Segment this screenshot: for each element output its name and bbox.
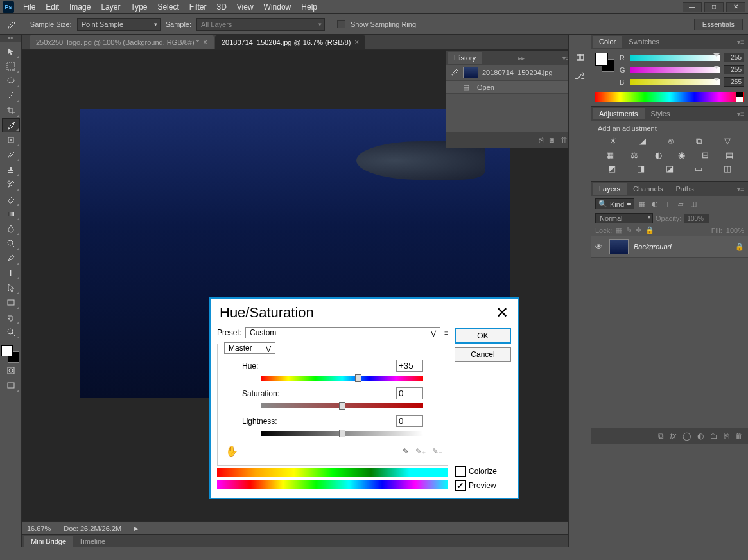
menu-filter[interactable]: Filter (184, 1, 212, 13)
lock-brush-icon[interactable]: ✎ (626, 226, 632, 234)
hue-input[interactable] (396, 360, 423, 372)
lock-icon[interactable]: 🔒 (735, 243, 744, 251)
color-mini-swatches[interactable] (595, 53, 614, 72)
lightness-slider[interactable] (261, 431, 423, 436)
toolbox-grip[interactable]: ▸▸ (0, 35, 21, 42)
workspace-switcher[interactable]: Essentials (694, 19, 743, 30)
eyedropper-icon[interactable]: ✎ (403, 447, 409, 456)
bw-icon[interactable]: ◐ (655, 150, 662, 160)
fx-icon[interactable]: fx (670, 432, 676, 441)
zoom-level[interactable]: 16.67% (27, 525, 51, 532)
canvas[interactable]: History ▸▸ ▾≡ 20180714_150204.jpg ▤ Open… (22, 50, 568, 521)
dialog-titlebar[interactable]: Hue/Saturation ✕ (211, 299, 518, 327)
filter-shape-icon[interactable]: ▱ (675, 199, 686, 209)
preset-menu-icon[interactable]: ≡ (444, 329, 448, 337)
eyedropper-minus-icon[interactable]: ✎₋ (432, 447, 442, 456)
doc-info[interactable]: Doc: 26.2M/26.2M (64, 525, 121, 532)
screenmode-button[interactable] (2, 378, 20, 392)
menu-type[interactable]: Type (125, 1, 152, 13)
snapshot-icon[interactable]: ◙ (550, 136, 554, 144)
menu-file[interactable]: File (18, 1, 40, 13)
channels-tab[interactable]: Channels (627, 183, 669, 195)
status-arrow-icon[interactable]: ▶ (134, 525, 139, 532)
mixer-icon[interactable]: ⊟ (702, 150, 709, 160)
swatches-tab[interactable]: Swatches (622, 36, 666, 48)
type-tool[interactable]: T (2, 266, 20, 280)
close-window-button[interactable]: ✕ (726, 2, 745, 12)
invert-icon[interactable]: ◩ (608, 164, 616, 173)
maximize-button[interactable]: □ (704, 2, 724, 12)
color-spectrum[interactable] (595, 92, 744, 102)
blur-tool[interactable] (2, 222, 20, 236)
curves-icon[interactable]: ⎋ (668, 136, 674, 146)
eyedropper-plus-icon[interactable]: ✎₊ (415, 447, 426, 456)
doc-tab[interactable]: 250x250_logo.jpg @ 100% (Background, RGB… (30, 35, 214, 49)
foreground-swatch[interactable] (1, 345, 13, 356)
colorize-checkbox[interactable] (455, 466, 466, 477)
delete-layer-icon[interactable]: 🗑 (735, 432, 743, 441)
history-snapshot[interactable]: 20180714_150204.jpg (446, 65, 568, 81)
adjustments-tab[interactable]: Adjustments (593, 108, 645, 119)
adjustment-layer-icon[interactable]: ◐ (697, 432, 704, 441)
lookup-icon[interactable]: ▤ (726, 150, 733, 160)
lasso-tool[interactable] (2, 74, 20, 88)
stamp-tool[interactable] (2, 162, 20, 177)
path-select-tool[interactable] (2, 281, 20, 295)
balance-icon[interactable]: ⚖ (631, 150, 638, 160)
color-value[interactable]: 255 (724, 77, 744, 87)
filter-type-icon[interactable]: T (663, 199, 673, 209)
dialog-close-button[interactable]: ✕ (496, 304, 509, 322)
menu-layer[interactable]: Layer (96, 1, 125, 13)
panel-menu-icon[interactable]: ▾≡ (735, 110, 747, 118)
color-slider[interactable] (630, 55, 720, 61)
quickmask-button[interactable] (2, 363, 20, 378)
layer-name[interactable]: Background (634, 243, 730, 250)
menu-help[interactable]: Help (296, 1, 322, 13)
menu-image[interactable]: Image (64, 1, 96, 13)
lock-all-icon[interactable]: 🔒 (645, 226, 654, 234)
visibility-icon[interactable]: 👁 (595, 243, 604, 250)
bottom-tab-timeline[interactable]: Timeline (73, 536, 112, 547)
history-tab[interactable]: History (448, 52, 482, 64)
menu-edit[interactable]: Edit (40, 1, 64, 13)
bottom-tab-mini-bridge[interactable]: Mini Bridge (24, 536, 73, 547)
healing-tool[interactable] (2, 133, 20, 147)
history-collapse-icon[interactable]: ▸▸ (516, 55, 527, 62)
paths-tab[interactable]: Paths (670, 183, 700, 195)
history-menu-icon[interactable]: ▾≡ (560, 55, 568, 62)
levels-icon[interactable]: ◢ (639, 136, 646, 146)
hand-tool[interactable] (2, 310, 20, 324)
wand-tool[interactable] (2, 89, 20, 103)
opacity-input[interactable]: 100% (684, 214, 709, 223)
shape-tool[interactable] (2, 295, 20, 310)
hue-icon[interactable]: ▦ (606, 150, 614, 160)
marquee-tool[interactable] (2, 59, 20, 73)
menu-3d[interactable]: 3D (211, 1, 231, 13)
layer-item[interactable]: 👁 Background 🔒 (591, 236, 748, 258)
layers-tab[interactable]: Layers (593, 183, 627, 195)
cancel-button[interactable]: Cancel (455, 347, 511, 362)
delete-icon[interactable]: 🗑 (561, 136, 568, 144)
gradient-map-icon[interactable]: ▭ (695, 164, 702, 173)
move-tool[interactable] (2, 44, 20, 58)
fill-input[interactable]: 100% (726, 227, 744, 234)
ok-button[interactable]: OK (455, 328, 511, 344)
filter-adjust-icon[interactable]: ◐ (650, 199, 660, 209)
doc-tab[interactable]: 20180714_150204.jpg @ 16.7% (RGB/8)× (215, 35, 365, 49)
preview-checkbox[interactable]: ✓ (455, 480, 466, 491)
show-ring-checkbox[interactable] (337, 20, 345, 28)
sample-size-dropdown[interactable]: Point Sample (77, 18, 161, 31)
filter-smart-icon[interactable]: ◫ (688, 199, 699, 209)
panel-menu-icon[interactable]: ▾≡ (735, 186, 747, 193)
mask-icon[interactable]: ◯ (683, 432, 691, 441)
selective-icon[interactable]: ◫ (724, 164, 731, 173)
tab-close-icon[interactable]: × (203, 38, 207, 47)
dodge-tool[interactable] (2, 236, 20, 250)
lock-position-icon[interactable]: ✥ (636, 226, 641, 234)
crop-tool[interactable] (2, 103, 20, 118)
color-tab[interactable]: Color (593, 36, 622, 48)
color-slider[interactable] (630, 79, 720, 85)
panel-menu-icon[interactable]: ▾≡ (735, 39, 747, 46)
hue-slider[interactable] (261, 376, 423, 381)
lightness-input[interactable] (396, 415, 423, 427)
